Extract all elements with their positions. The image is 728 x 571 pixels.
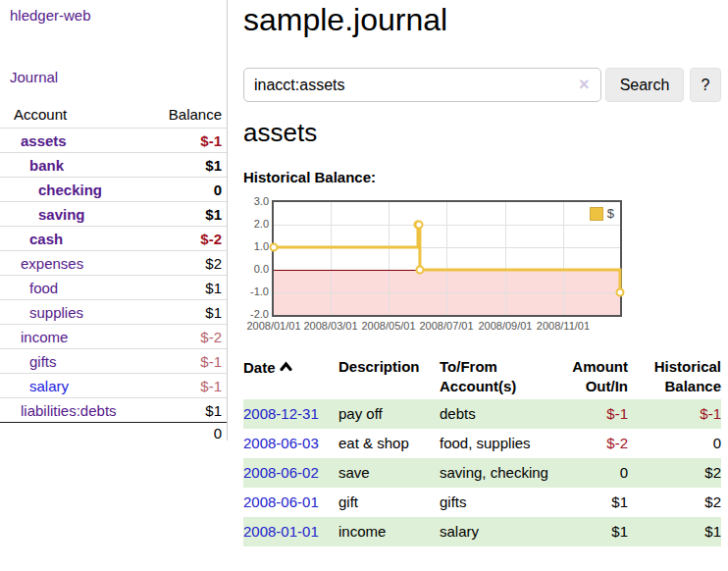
register-row: 2008-06-01giftgifts$1$2 xyxy=(243,488,721,517)
account-column-label: Account xyxy=(14,106,67,123)
account-tree-total-row: 0 xyxy=(0,422,227,445)
y-axis-tick-label: 2.0 xyxy=(243,219,269,230)
sidebar-account-row: expenses$2 xyxy=(0,250,227,275)
cell-accounts: debts xyxy=(440,399,549,429)
sidebar-account-link-checking[interactable]: checking xyxy=(0,182,102,198)
transaction-date-link[interactable]: 2008-06-03 xyxy=(243,435,319,451)
sidebar-account-balance: 0 xyxy=(214,182,222,198)
transaction-date-link[interactable]: 2008-12-31 xyxy=(243,405,319,422)
sidebar-account-balance: $-1 xyxy=(200,132,222,149)
balance-header: Historical Balance xyxy=(628,354,721,399)
sidebar-account-balance: $-1 xyxy=(200,378,222,394)
x-axis-tick-label: 2008/05/01 xyxy=(357,320,420,332)
sidebar-account-row: assets$-1 xyxy=(0,128,227,152)
amount-header: Amount Out/In xyxy=(549,354,628,399)
clear-search-icon[interactable]: × xyxy=(579,75,590,95)
sidebar-account-link-bank[interactable]: bank xyxy=(0,157,64,174)
cell-amount: $-1 xyxy=(549,399,628,429)
brand-link[interactable]: hledger-web xyxy=(10,7,91,24)
sidebar-account-link-liabilities-debts[interactable]: liabilities:debts xyxy=(0,402,117,419)
sidebar-accounts: assets$-1bank$1checking0saving$1cash$-2e… xyxy=(0,128,227,422)
sidebar-account-link-income[interactable]: income xyxy=(0,329,68,345)
sidebar-account-balance: $1 xyxy=(205,206,222,223)
sidebar-account-row: income$-2 xyxy=(0,324,227,348)
register-table: Date Description To/From Account(s) Amou… xyxy=(243,354,721,546)
help-button[interactable]: ? xyxy=(690,68,721,102)
cell-amount: $1 xyxy=(549,517,628,546)
sidebar-account-balance: $-2 xyxy=(200,231,222,247)
data-point-marker xyxy=(617,289,624,296)
sidebar-account-link-assets[interactable]: assets xyxy=(0,132,67,149)
sidebar-account-row: liabilities:debts$1 xyxy=(0,397,227,422)
sidebar-account-link-food[interactable]: food xyxy=(0,280,58,296)
x-axis-tick-label: 2008/11/01 xyxy=(532,320,595,332)
x-axis-tick-label: 2008/01/01 xyxy=(242,320,305,332)
search-button[interactable]: Search xyxy=(605,68,684,102)
balance-chart: $ 3.02.01.00.0-1.0-2.02008/01/012008/03/… xyxy=(243,200,721,337)
sidebar-account-link-expenses[interactable]: expenses xyxy=(0,255,83,272)
data-point-marker xyxy=(415,222,422,229)
sidebar-account-balance: $2 xyxy=(205,255,222,272)
y-axis-tick-label: 1.0 xyxy=(243,241,269,252)
transaction-date-link[interactable]: 2008-01-01 xyxy=(243,523,319,540)
sidebar-account-balance: $1 xyxy=(205,402,222,419)
cell-amount: $-2 xyxy=(549,429,628,458)
sidebar-account-row: salary$-1 xyxy=(0,373,227,397)
register-row: 2008-01-01incomesalary$1$1 xyxy=(243,517,721,546)
sidebar-account-link-salary[interactable]: salary xyxy=(0,378,69,394)
sidebar-item-journal[interactable]: Journal xyxy=(10,69,58,85)
page-title: sample.journal xyxy=(243,0,721,38)
y-axis-tick-label: -2.0 xyxy=(243,309,269,320)
cell-accounts: food, supplies xyxy=(440,429,549,458)
cell-balance: $2 xyxy=(628,488,721,517)
transaction-date-link[interactable]: 2008-06-02 xyxy=(243,464,319,481)
cell-accounts: salary xyxy=(440,517,549,546)
cell-description: save xyxy=(338,458,440,488)
x-axis-tick-label: 2008/07/01 xyxy=(415,320,478,332)
cell-description: eat & shop xyxy=(338,429,440,458)
sidebar-account-link-gifts[interactable]: gifts xyxy=(0,353,57,370)
y-axis-tick-label: -1.0 xyxy=(243,286,269,297)
x-axis-tick-label: 2008/09/01 xyxy=(474,320,537,332)
sidebar-account-balance: $-1 xyxy=(200,353,222,370)
transaction-date-link[interactable]: 2008-06-01 xyxy=(243,493,319,510)
sidebar-account-link-supplies[interactable]: supplies xyxy=(0,304,83,321)
cell-balance: $1 xyxy=(628,517,721,546)
cell-date: 2008-12-31 xyxy=(243,399,338,429)
sidebar-account-balance: $1 xyxy=(205,304,222,321)
cell-description: income xyxy=(338,517,440,546)
cell-date: 2008-06-02 xyxy=(243,458,338,488)
sort-by-date-header[interactable]: Date xyxy=(243,354,338,399)
cell-date: 2008-01-01 xyxy=(243,517,338,546)
series-line xyxy=(274,202,620,315)
register-row: 2008-12-31pay offdebts$-1$-1 xyxy=(243,399,721,429)
main-content: sample.journal × Search ? assets Histori… xyxy=(243,0,721,571)
sort-ascending-icon xyxy=(280,357,292,377)
cell-amount: $1 xyxy=(549,488,628,517)
cell-description: pay off xyxy=(338,399,440,429)
register-header-row: Date Description To/From Account(s) Amou… xyxy=(243,354,721,399)
sidebar-account-row: supplies$1 xyxy=(0,299,227,324)
date-header-label: Date xyxy=(243,359,276,376)
register-row: 2008-06-03eat & shopfood, supplies$-20 xyxy=(243,429,721,458)
sidebar-account-balance: $-2 xyxy=(200,329,222,345)
sidebar-account-link-cash[interactable]: cash xyxy=(0,231,63,247)
x-axis-tick-label: 2008/03/01 xyxy=(299,320,362,332)
account-tree: Account Balance assets$-1bank$1checking0… xyxy=(0,104,227,445)
legend-swatch-icon xyxy=(590,207,603,221)
cell-date: 2008-06-01 xyxy=(243,488,338,517)
total-balance: 0 xyxy=(214,425,222,441)
cell-amount: 0 xyxy=(549,458,628,488)
description-header: Description xyxy=(338,354,440,399)
cell-accounts: gifts xyxy=(440,488,549,517)
sidebar-account-row: bank$1 xyxy=(0,152,227,177)
accounts-header: To/From Account(s) xyxy=(440,354,549,399)
search-input[interactable] xyxy=(243,68,601,102)
register-row: 2008-06-02savesaving, checking0$2 xyxy=(243,458,721,488)
cell-description: gift xyxy=(338,488,440,517)
search-form: × Search ? xyxy=(243,68,721,102)
legend-label: $ xyxy=(607,206,614,221)
cell-balance: 0 xyxy=(628,429,721,458)
balance-column-label: Balance xyxy=(169,106,222,123)
sidebar-account-link-saving[interactable]: saving xyxy=(0,206,85,223)
